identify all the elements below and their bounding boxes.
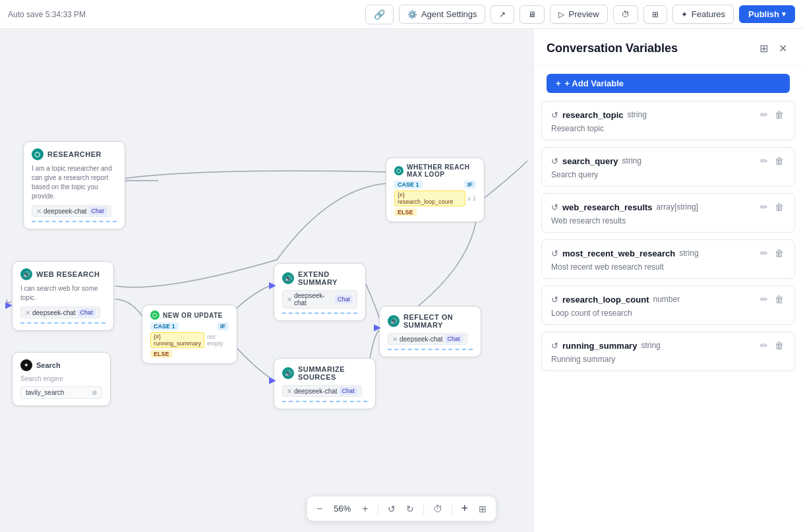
var-edit-button-search_query[interactable]: ✏ <box>759 154 769 167</box>
var-name-row-research_topic: ↺ research_topic string <box>551 110 647 120</box>
grid-view-button[interactable]: ⊞ <box>477 502 488 516</box>
toolbar: Auto save 5:34:33 PM 🔗 ⚙️ Agent Settings… <box>0 0 803 29</box>
link-button[interactable]: 🔗 <box>365 5 394 24</box>
web-research-connector <box>20 322 105 324</box>
researcher-model-badge: ✕ deepseek-chat Chat <box>32 205 111 217</box>
extend-summary-node[interactable]: 🔊 EXTEND SUMMARY ✕ deepseek-chat Chat <box>274 263 366 321</box>
search-engine-input[interactable]: tavily_search ⊕ <box>20 386 102 399</box>
var-delete-button-search_query[interactable]: 🗑 <box>773 154 785 167</box>
researcher-connector-bar <box>32 221 117 222</box>
deepseek-label: deepseek-chat <box>44 208 87 215</box>
var-loop-icon-web_research_results: ↺ <box>551 202 558 212</box>
var-desc-search_query: Search query <box>551 170 785 179</box>
timer-button[interactable]: ⏱ <box>613 5 638 24</box>
variable-card-research_topic: ↺ research_topic string ✏ 🗑 Research top… <box>541 101 795 140</box>
zoom-level: 56% <box>332 504 353 514</box>
researcher-icon: ⬡ <box>32 148 44 160</box>
zoom-divider-2 <box>423 502 424 516</box>
badge-x[interactable]: ✕ <box>36 208 42 215</box>
redo-button[interactable]: ↻ <box>405 502 415 516</box>
new-or-update-else-row: ELSE <box>150 350 229 358</box>
var-delete-button-research_topic[interactable]: 🗑 <box>773 108 785 121</box>
summarize-sources-node[interactable]: 🔊 SUMMARIZE SOURCES ✕ deepseek-chat Chat <box>274 358 376 409</box>
var-type-running_summary: string <box>641 341 660 350</box>
extend-summary-icon: 🔊 <box>282 272 294 284</box>
agent-settings-icon: ⚙️ <box>407 10 417 19</box>
var-delete-button-running_summary[interactable]: 🗑 <box>773 339 785 352</box>
var-delete-button-most_recent_web_research[interactable]: 🗑 <box>773 247 785 260</box>
reflect-badge-x[interactable]: ✕ <box>392 336 398 343</box>
var-card-header-web_research_results: ↺ web_research_results array[string] ✏ 🗑 <box>551 200 785 214</box>
variable-card-most_recent_web_research: ↺ most_recent_web_research string ✏ 🗑 Mo… <box>541 239 795 279</box>
reflect-port-left: ▶ <box>374 322 381 332</box>
web-research-node[interactable]: 🔊 WEB RESEARCH I can search web for some… <box>12 261 114 331</box>
summarize-badge-x[interactable]: ✕ <box>287 388 292 395</box>
extend-badge-x[interactable]: ✕ <box>287 296 292 303</box>
researcher-node-header: ⬡ RESEARCHER <box>32 148 117 160</box>
agent-settings-button[interactable]: ⚙️ Agent Settings <box>399 5 486 24</box>
whether-max-loop-node[interactable]: ⬡ WHETHER REACH MAX LOOP CASE 1 IF {#} r… <box>386 158 485 222</box>
reflect-icon: 🔊 <box>388 315 400 327</box>
export-button[interactable]: ↗ <box>491 5 514 24</box>
new-or-update-icon: ⬡ <box>150 310 160 320</box>
history-button[interactable]: ⏱ <box>432 502 444 516</box>
search-node[interactable]: ✦ Search Search engine tavily_search ⊕ <box>12 352 111 406</box>
undo-button[interactable]: ↺ <box>386 502 397 516</box>
var-type-search_query: string <box>622 156 641 165</box>
var-card-header-research_topic: ↺ research_topic string ✏ 🗑 <box>551 108 785 121</box>
var-delete-button-research_loop_count[interactable]: 🗑 <box>773 293 785 306</box>
var-delete-button-web_research_results[interactable]: 🗑 <box>773 200 785 214</box>
zoom-out-button[interactable]: − <box>315 502 324 516</box>
var-edit-button-research_loop_count[interactable]: ✏ <box>759 293 769 306</box>
var-loop-icon-research_loop_count: ↺ <box>551 295 558 305</box>
features-button[interactable]: ✦ Features <box>672 5 734 24</box>
researcher-node[interactable]: ⬡ RESEARCHER I am a topic researcher and… <box>23 141 125 229</box>
layout-button[interactable]: ⊞ <box>643 5 667 24</box>
extend-summary-header: 🔊 EXTEND SUMMARY <box>282 270 357 286</box>
var-desc-most_recent_web_research: Most recent web research result <box>551 262 785 272</box>
screenshot-button[interactable]: 🖥 <box>520 5 545 24</box>
var-name-web_research_results: web_research_results <box>562 202 653 212</box>
var-desc-web_research_results: Web research results <box>551 216 785 225</box>
search-settings-icon[interactable]: ⊕ <box>92 389 97 396</box>
publish-button[interactable]: Publish ▾ <box>739 5 795 23</box>
var-desc-research_loop_count: Loop count of research <box>551 309 785 318</box>
var-card-header-research_loop_count: ↺ research_loop_count number ✏ 🗑 <box>551 293 785 306</box>
panel-close-button[interactable]: ✕ <box>776 40 790 57</box>
zoom-divider-3 <box>452 502 452 516</box>
var-edit-button-web_research_results[interactable]: ✏ <box>759 200 769 214</box>
zoom-divider <box>378 502 378 516</box>
search-subtitle: Search engine <box>20 375 102 382</box>
var-actions-most_recent_web_research: ✏ 🗑 <box>759 247 785 260</box>
researcher-text: I am a topic researcher and can give a r… <box>32 164 117 201</box>
extend-model-badge: ✕ deepseek-chat Chat <box>282 290 357 309</box>
var-actions-research_topic: ✏ 🗑 <box>759 108 785 121</box>
reflect-connector <box>388 349 473 350</box>
var-card-header-running_summary: ↺ running_summary string ✏ 🗑 <box>551 339 785 352</box>
reflect-on-summary-node[interactable]: 🔊 REFLECT ON SUMMARY ✕ deepseek-chat Cha… <box>379 306 481 357</box>
var-name-research_loop_count: research_loop_count <box>562 295 649 305</box>
new-or-update-case1-row: CASE 1 IF <box>150 322 229 330</box>
add-variable-button[interactable]: + + Add Variable <box>547 74 790 93</box>
autosave-label: Auto save 5:34:33 PM <box>8 10 360 19</box>
var-actions-web_research_results: ✏ 🗑 <box>759 200 785 214</box>
new-or-update-header: ⬡ NEW OR UPDATE <box>150 310 229 320</box>
var-edit-button-running_summary[interactable]: ✏ <box>759 339 769 352</box>
web-research-port-left: ▶ <box>5 299 13 310</box>
summarize-icon: 🔊 <box>282 367 294 379</box>
zoom-in-button[interactable]: + <box>361 502 369 516</box>
web-research-text: I can search web for some topic. <box>20 284 105 303</box>
var-edit-button-research_topic[interactable]: ✏ <box>759 108 769 121</box>
var-name-row-research_loop_count: ↺ research_loop_count number <box>551 295 680 305</box>
new-or-update-node[interactable]: ⬡ NEW OR UPDATE CASE 1 IF {#} running_su… <box>142 305 237 364</box>
zoom-bar: − 56% + ↺ ↻ ⏱ + ⊞ <box>307 496 496 521</box>
var-edit-button-most_recent_web_research[interactable]: ✏ <box>759 247 769 260</box>
var-desc-research_topic: Research topic <box>551 124 785 133</box>
web-badge-x[interactable]: ✕ <box>25 309 30 316</box>
panel-expand-button[interactable]: ⊞ <box>757 40 771 57</box>
var-loop-icon-running_summary: ↺ <box>551 341 558 351</box>
preview-button[interactable]: ▷ Preview <box>550 5 607 24</box>
var-type-most_recent_web_research: string <box>679 249 698 258</box>
preview-play-icon: ▷ <box>558 10 564 19</box>
add-node-button[interactable]: + <box>460 500 470 517</box>
